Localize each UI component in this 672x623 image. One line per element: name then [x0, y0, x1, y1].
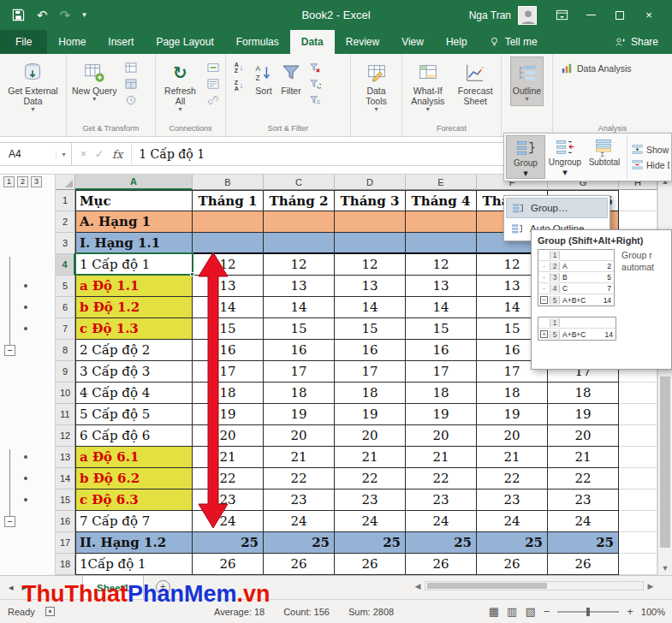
cell[interactable]: 26	[477, 554, 548, 575]
cell[interactable]: 5 Cấp độ 5	[75, 404, 193, 425]
new-query-button[interactable]: New Query ▾	[69, 56, 120, 106]
cell[interactable]	[619, 532, 657, 554]
cell[interactable]: 16	[264, 340, 335, 361]
cell[interactable]: 25	[548, 532, 619, 554]
cell[interactable]: 21	[335, 447, 406, 468]
cell[interactable]: 15	[264, 318, 335, 340]
cell[interactable]: 25	[264, 532, 335, 554]
group-button[interactable]: Group ▾	[506, 135, 545, 179]
cell[interactable]: 13	[193, 276, 264, 297]
cell[interactable]: 23	[335, 490, 406, 511]
cell[interactable]: 25	[193, 532, 264, 554]
data-analysis-button[interactable]: Data Analysis	[556, 60, 637, 77]
enter-icon[interactable]: ✓	[95, 148, 104, 160]
cell[interactable]: 20	[193, 425, 264, 447]
outline-level-button-1[interactable]: 1	[3, 176, 15, 187]
tell-me-box[interactable]: Tell me	[479, 30, 548, 54]
zoom-level[interactable]: 100%	[641, 607, 665, 617]
cell[interactable]: 24	[335, 511, 406, 532]
cell[interactable]: A. Hạng 1	[75, 211, 193, 233]
cell[interactable]: 16	[406, 340, 477, 361]
cell[interactable]: Tháng 3	[335, 190, 406, 211]
cell[interactable]	[619, 425, 657, 447]
cell[interactable]: 24	[264, 511, 335, 532]
collapse-group-button[interactable]: −	[4, 345, 15, 356]
cell[interactable]: 20	[548, 425, 619, 447]
sort-button[interactable]: AZ Sort	[251, 56, 277, 99]
reapply-filter-icon[interactable]	[306, 76, 324, 91]
zoom-in-icon[interactable]: +	[627, 605, 633, 618]
cell[interactable]: Tháng 1	[193, 190, 264, 211]
cell[interactable]: 12	[335, 254, 406, 276]
cell[interactable]	[619, 554, 657, 575]
cell[interactable]: 14	[406, 297, 477, 318]
minimize-button[interactable]	[576, 3, 605, 27]
cell[interactable]: b Độ 6.2	[75, 468, 193, 490]
sort-descending-icon[interactable]: ZA↓	[229, 78, 249, 93]
refresh-all-button[interactable]: ↻ Refresh All ▾	[158, 56, 202, 116]
cell[interactable]	[335, 211, 406, 233]
cell[interactable]: a Độ 1.1	[75, 276, 193, 297]
cell[interactable]: 23	[406, 490, 477, 511]
row-header-3[interactable]: 3	[56, 233, 75, 254]
cell[interactable]: 12	[193, 254, 264, 276]
col-header-c[interactable]: C	[264, 175, 335, 190]
cell[interactable]: 24	[548, 511, 619, 532]
page-break-view-icon[interactable]: ▧	[525, 605, 535, 618]
horizontal-scroll-thumb[interactable]	[427, 583, 547, 589]
cell[interactable]: Tháng 4	[406, 190, 477, 211]
cell[interactable]: c Độ 1.3	[75, 318, 193, 340]
edit-links-icon[interactable]	[204, 92, 223, 107]
name-box[interactable]: A4 ▾	[0, 142, 72, 166]
tab-home[interactable]: Home	[47, 30, 97, 54]
cell[interactable]: 21	[548, 447, 619, 468]
cell[interactable]: 20	[477, 425, 548, 447]
ungroup-button[interactable]: Ungroup ▾	[545, 135, 585, 179]
cell[interactable]	[619, 511, 657, 532]
scroll-left-icon[interactable]: ◀	[411, 582, 425, 590]
cell[interactable]: 7 Cấp độ 7	[75, 511, 193, 532]
cell[interactable]: 3 Cấp độ 3	[75, 361, 193, 383]
cell[interactable]: 6 Cấp độ 6	[75, 425, 193, 447]
cell[interactable]: Mục	[75, 190, 193, 211]
cell[interactable]: 15	[193, 318, 264, 340]
row-header-13[interactable]: 13	[56, 447, 75, 468]
outline-button[interactable]: Outline ▾	[510, 56, 544, 106]
row-header-11[interactable]: 11	[56, 404, 75, 425]
cell[interactable]: 15	[406, 318, 477, 340]
row-header-10[interactable]: 10	[56, 383, 75, 404]
row-header-2[interactable]: 2	[56, 211, 75, 233]
avatar[interactable]	[518, 6, 537, 25]
row-header-1[interactable]: 1	[56, 190, 75, 211]
what-if-analysis-button[interactable]: What-If Analysis ▾	[405, 56, 451, 116]
new-sheet-icon[interactable]: +	[156, 580, 170, 595]
row-header-18[interactable]: 18	[56, 554, 75, 575]
row-header-12[interactable]: 12	[56, 425, 75, 447]
cell[interactable]: 18	[477, 383, 548, 404]
cell[interactable]: 25	[477, 532, 548, 554]
share-button[interactable]: Share	[601, 30, 672, 54]
data-tools-button[interactable]: Data Tools ▾	[354, 56, 399, 116]
cell[interactable]: 14	[335, 297, 406, 318]
from-table-icon[interactable]	[122, 76, 140, 91]
cell[interactable]: Tháng 2	[264, 190, 335, 211]
cell[interactable]: 1Cấp độ 1	[75, 554, 193, 575]
cell[interactable]: 26	[193, 554, 264, 575]
cell[interactable]: 13	[264, 276, 335, 297]
hide-detail-button[interactable]: Hide D	[632, 159, 669, 170]
cell[interactable]: 14	[264, 297, 335, 318]
account-area[interactable]: Nga Tran	[469, 6, 537, 25]
cell[interactable]: 25	[335, 532, 406, 554]
cell[interactable]: 15	[335, 318, 406, 340]
cell[interactable]: 19	[264, 404, 335, 425]
tab-page-layout[interactable]: Page Layout	[145, 30, 224, 54]
cell[interactable]: 4 Cấp độ 4	[75, 383, 193, 404]
row-header-17[interactable]: 17	[56, 532, 75, 554]
page-layout-view-icon[interactable]: ▥	[507, 605, 517, 618]
sheet-tab-sheet1[interactable]: Sheet1	[82, 576, 144, 599]
tab-view[interactable]: View	[390, 30, 435, 54]
tab-insert[interactable]: Insert	[97, 30, 145, 54]
cell[interactable]: 19	[548, 404, 619, 425]
cell[interactable]	[619, 190, 657, 211]
show-queries-icon[interactable]	[122, 60, 140, 74]
